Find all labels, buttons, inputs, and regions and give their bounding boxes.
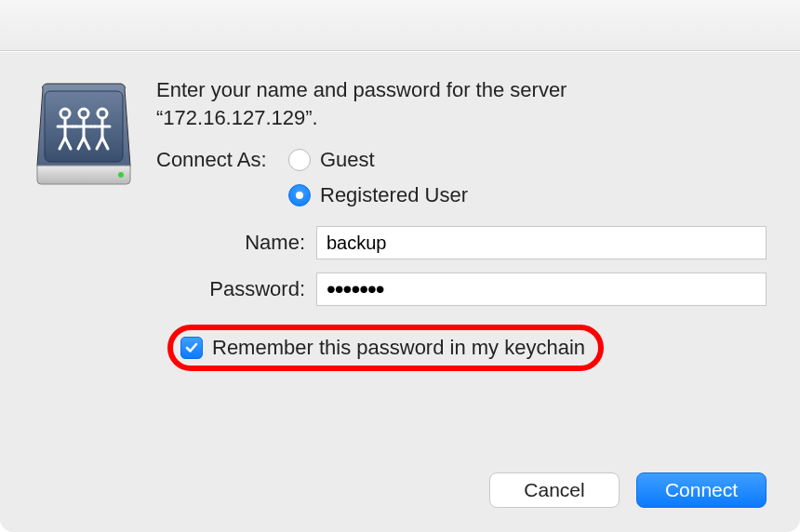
radio-guest-label: Guest bbox=[320, 148, 375, 172]
prompt-line1: Enter your name and password for the ser… bbox=[156, 78, 567, 101]
check-icon bbox=[184, 340, 199, 355]
radio-registered-label: Registered User bbox=[320, 183, 468, 207]
remember-keychain-highlight: Remember this password in my keychain bbox=[167, 325, 604, 371]
connect-to-server-dialog: Enter your name and password for the ser… bbox=[0, 51, 800, 532]
connect-button[interactable]: Connect bbox=[636, 472, 767, 508]
svg-point-18 bbox=[118, 172, 124, 178]
radio-guest[interactable]: Guest bbox=[288, 148, 468, 172]
password-input[interactable] bbox=[316, 273, 767, 306]
remember-keychain-checkbox[interactable] bbox=[180, 337, 203, 359]
radio-registered-indicator bbox=[288, 184, 311, 206]
name-label: Name: bbox=[156, 231, 316, 255]
remember-keychain-label: Remember this password in my keychain bbox=[212, 336, 585, 360]
radio-registered-user[interactable]: Registered User bbox=[288, 183, 468, 207]
server-icon bbox=[33, 76, 151, 199]
cancel-button[interactable]: Cancel bbox=[489, 472, 620, 508]
prompt-line2: “172.16.127.129”. bbox=[156, 106, 318, 129]
password-label: Password: bbox=[156, 277, 316, 301]
window-titlebar bbox=[0, 0, 800, 51]
prompt-text: Enter your name and password for the ser… bbox=[156, 76, 767, 131]
radio-guest-indicator bbox=[288, 149, 311, 171]
connect-as-label: Connect As: bbox=[156, 148, 288, 172]
name-input[interactable] bbox=[316, 226, 767, 259]
